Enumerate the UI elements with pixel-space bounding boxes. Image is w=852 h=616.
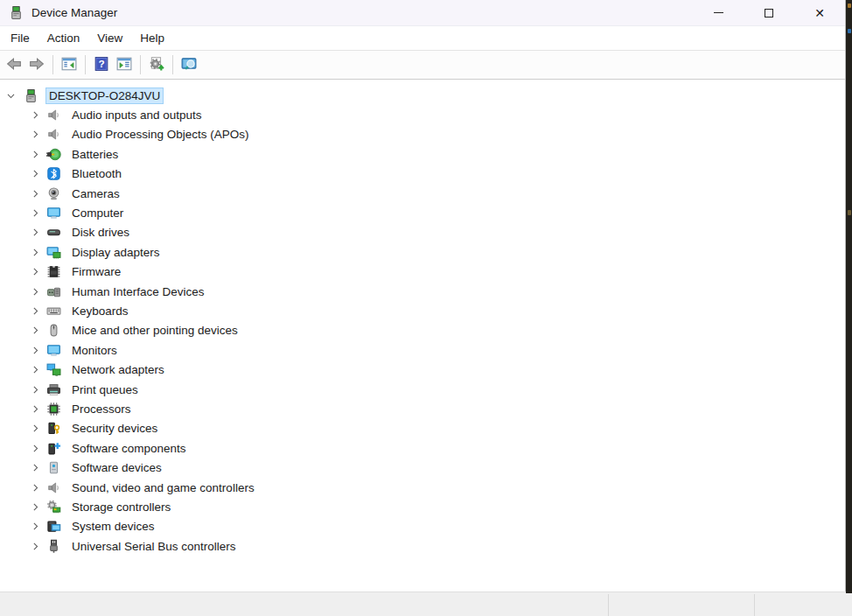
tree-item-label[interactable]: Computer [68, 205, 127, 221]
back-button[interactable] [3, 53, 25, 76]
tree-item-label[interactable]: System devices [68, 518, 158, 535]
show-action-pane-button[interactable] [113, 53, 136, 76]
chevron-collapsed-icon[interactable] [30, 188, 40, 199]
tree-item-label[interactable]: Batteries [68, 146, 122, 163]
window-title: Device Manager [31, 6, 117, 19]
tree-item-row[interactable]: Software components [0, 438, 845, 458]
tree-item-label[interactable]: Audio inputs and outputs [68, 107, 206, 123]
processor-icon [46, 402, 61, 416]
chevron-expanded-icon[interactable] [5, 90, 16, 101]
tree-item-row[interactable]: Mice and other pointing devices [0, 321, 845, 340]
monitor-icon [46, 343, 61, 358]
chevron-collapsed-icon[interactable] [30, 149, 40, 159]
tree-root-label[interactable]: DESKTOP-O284JVU [45, 88, 164, 104]
help-button[interactable]: ? [90, 53, 113, 76]
tree-item-label[interactable]: Display adapters [68, 244, 164, 261]
chevron-collapsed-icon[interactable] [30, 326, 40, 336]
chevron-collapsed-icon[interactable] [30, 169, 40, 179]
scan-hardware-changes-button[interactable] [145, 53, 168, 76]
chevron-collapsed-icon[interactable] [30, 522, 40, 532]
status-strip-separator [754, 594, 755, 616]
tree-item-row[interactable]: Processors [0, 399, 845, 418]
tree-item-row[interactable]: Sound, video and game controllers [0, 478, 845, 497]
software-component-icon [46, 441, 61, 456]
tree-item-label[interactable]: Universal Serial Bus controllers [68, 538, 240, 555]
tree-item-label[interactable]: Disk drives [68, 224, 133, 241]
tree-item-label[interactable]: Human Interface Devices [68, 284, 208, 300]
tree-item-row[interactable]: System devices [0, 517, 845, 536]
chevron-collapsed-icon[interactable] [30, 110, 40, 121]
chevron-collapsed-icon[interactable] [30, 345, 40, 355]
chevron-collapsed-icon[interactable] [30, 228, 40, 238]
hid-icon [46, 284, 61, 299]
maximize-button[interactable] [744, 0, 794, 26]
show-console-tree-button[interactable] [58, 53, 80, 76]
tree-item-row[interactable]: Universal Serial Bus controllers [0, 536, 845, 556]
tree-item-label[interactable]: Cameras [68, 186, 123, 202]
tree-item-label[interactable]: Audio Processing Objects (APOs) [68, 126, 253, 143]
chevron-collapsed-icon[interactable] [30, 501, 40, 512]
tree-item-row[interactable]: Firmware [0, 262, 845, 282]
menu-file[interactable]: File [2, 29, 38, 47]
minimize-button[interactable] [693, 0, 744, 26]
tree-item-row[interactable]: Storage controllers [0, 497, 845, 516]
tree-item-label[interactable]: Network adapters [68, 361, 168, 378]
chevron-collapsed-icon[interactable] [30, 286, 40, 297]
chevron-collapsed-icon[interactable] [30, 463, 40, 473]
tree-item-row[interactable]: Network adapters [0, 360, 845, 379]
storage-icon [46, 500, 61, 514]
tree-item-label[interactable]: Storage controllers [68, 499, 174, 515]
chevron-collapsed-icon[interactable] [30, 130, 40, 140]
forward-icon [29, 56, 45, 74]
tree-item-row[interactable]: Software devices [0, 458, 845, 477]
tree-item-label[interactable]: Mice and other pointing devices [68, 322, 241, 339]
firmware-chip-icon [46, 264, 61, 279]
chevron-collapsed-icon[interactable] [30, 403, 40, 414]
chevron-collapsed-icon[interactable] [30, 482, 40, 493]
device-search-button[interactable] [178, 53, 200, 76]
chevron-collapsed-icon[interactable] [30, 443, 40, 453]
toolbar: ? [0, 51, 845, 80]
device-tree-children: Audio inputs and outputs Audio Processin… [0, 105, 845, 556]
menu-view[interactable]: View [88, 29, 131, 47]
tree-item-label[interactable]: Monitors [68, 342, 121, 359]
chevron-collapsed-icon[interactable] [30, 267, 40, 277]
tree-item-label[interactable]: Software devices [68, 459, 165, 476]
chevron-collapsed-icon[interactable] [30, 305, 40, 316]
tree-item-row[interactable]: Keyboards [0, 301, 845, 320]
tree-item-label[interactable]: Software components [68, 440, 190, 457]
tree-item-row[interactable]: Computer [0, 203, 845, 222]
tree-item-row[interactable]: Security devices [0, 419, 845, 438]
tree-item-row[interactable]: Bluetooth [0, 164, 845, 184]
chevron-collapsed-icon[interactable] [30, 384, 40, 395]
tree-item-row[interactable]: Human Interface Devices [0, 282, 845, 301]
tree-item-label[interactable]: Firmware [68, 263, 124, 280]
tree-root-row[interactable]: DESKTOP-O284JVU [0, 86, 845, 105]
tree-item-row[interactable]: Cameras [0, 184, 845, 203]
tree-item-row[interactable]: Disk drives [0, 223, 845, 242]
tree-item-label[interactable]: Keyboards [68, 303, 132, 319]
tree-item-row[interactable]: Audio inputs and outputs [0, 105, 845, 124]
scan-hardware-icon [149, 56, 164, 74]
tree-item-label[interactable]: Print queues [68, 382, 142, 398]
background-screen-edge [846, 0, 852, 593]
close-button[interactable]: ✕ [794, 0, 845, 26]
menu-help[interactable]: Help [131, 29, 173, 47]
tree-item-row[interactable]: Display adapters [0, 242, 845, 262]
menu-action[interactable]: Action [38, 29, 89, 47]
forward-button[interactable] [25, 53, 48, 76]
tree-item-row[interactable]: Batteries [0, 144, 845, 164]
chevron-collapsed-icon[interactable] [30, 541, 40, 551]
chevron-collapsed-icon[interactable] [30, 208, 40, 219]
tree-item-row[interactable]: Print queues [0, 380, 845, 399]
chevron-collapsed-icon[interactable] [30, 365, 40, 375]
tree-item-label[interactable]: Security devices [68, 420, 161, 437]
tree-item-label[interactable]: Processors [68, 401, 135, 417]
tree-item-row[interactable]: Audio Processing Objects (APOs) [0, 125, 845, 144]
tree-item-label[interactable]: Sound, video and game controllers [68, 480, 258, 496]
tree-item-row[interactable]: Monitors [0, 340, 845, 360]
tree-item-label[interactable]: Bluetooth [68, 165, 125, 182]
background-status-strip [0, 592, 852, 616]
chevron-collapsed-icon[interactable] [30, 424, 40, 434]
chevron-collapsed-icon[interactable] [30, 247, 40, 257]
